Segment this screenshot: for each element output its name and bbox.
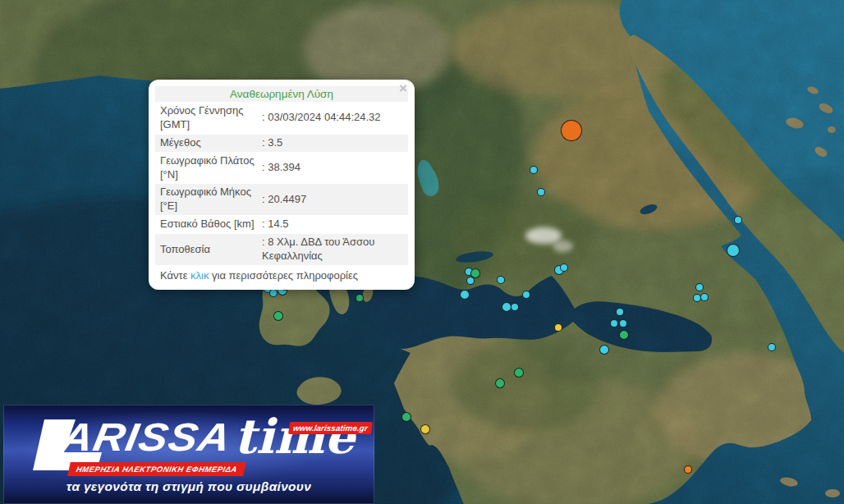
popup-row-label: Χρόνος Γέννησης [GMT]: [160, 104, 257, 132]
logo-brand-secondary: time: [234, 413, 355, 460]
popup-row: Εστιακό Βάθος [km]: 14.5: [155, 216, 408, 233]
earthquake-marker[interactable]: [511, 303, 519, 311]
earthquake-marker[interactable]: [401, 412, 411, 422]
popup-row: Γεωγραφικό Μήκος [°E]: 20.4497: [155, 184, 408, 215]
earthquake-marker[interactable]: [537, 188, 545, 196]
earthquake-marker[interactable]: [619, 330, 629, 340]
popup-row-value: : 14.5: [257, 218, 403, 231]
earthquake-marker[interactable]: [684, 465, 692, 474]
earthquake-marker[interactable]: [460, 290, 470, 300]
earthquake-marker[interactable]: [554, 323, 562, 332]
earthquake-marker[interactable]: [420, 424, 430, 434]
popup-row-label: Μέγεθος: [160, 136, 257, 150]
popup-row: Τοποθεσία: 8 Χλμ. ΔΒΔ του Άσσου Κεφαλλην…: [155, 234, 408, 265]
popup-row-value: : 03/03/2024 04:44:24.32: [257, 111, 403, 125]
popup-row-label: Γεωγραφικό Πλάτος [°N]: [160, 154, 257, 182]
earthquake-marker[interactable]: [727, 244, 740, 257]
popup-row-value: : 20.4497: [257, 193, 403, 207]
earthquake-marker[interactable]: [466, 277, 475, 285]
popup-row: Μέγεθος: 3.5: [155, 135, 408, 152]
earthquake-marker[interactable]: [619, 319, 627, 328]
logo-brand-primary: ARISSA: [57, 415, 235, 460]
popup-footer-prefix: Κάντε: [160, 269, 190, 282]
earthquake-marker[interactable]: [561, 120, 582, 141]
earthquake-marker[interactable]: [273, 311, 283, 321]
popup-title: Αναθεωρημένη Λύση: [155, 86, 408, 102]
popup-close-icon[interactable]: ×: [399, 81, 407, 95]
logo-url-badge: www.larissatime.gr: [288, 422, 373, 434]
earthquake-marker[interactable]: [355, 294, 364, 302]
earthquake-marker[interactable]: [514, 368, 524, 378]
earthquake-marker[interactable]: [495, 378, 505, 388]
earthquake-marker[interactable]: [522, 291, 530, 299]
popup-row-value: : 3.5: [257, 136, 403, 150]
earthquake-marker[interactable]: [610, 319, 618, 328]
popup-rows: Χρόνος Γέννησης [GMT]: 03/03/2024 04:44:…: [155, 103, 408, 265]
earthquake-marker[interactable]: [599, 345, 609, 355]
logo-subtitle-badge: ΗΜΕΡΗΣΙΑ ΗΛΕΚΤΡΟΝΙΚΗ ΕΦΗΜΕΡΙΔΑ: [67, 462, 246, 476]
earthquake-marker[interactable]: [560, 263, 568, 272]
earthquake-marker[interactable]: [768, 343, 776, 351]
more-info-link[interactable]: κλικ: [190, 269, 209, 282]
popup-row-value: : 38.394: [257, 161, 403, 175]
popup-footer-note: Κάντε κλικ για περισσότερες πληροφορίες: [155, 266, 408, 284]
earthquake-marker[interactable]: [616, 308, 624, 316]
earthquake-marker[interactable]: [695, 283, 704, 291]
popup-row-label: Τοποθεσία: [160, 243, 257, 257]
earthquake-marker[interactable]: [269, 289, 278, 297]
popup-row-label: Εστιακό Βάθος [km]: [160, 218, 257, 231]
popup-row: Γεωγραφικό Πλάτος [°N]: 38.394: [155, 153, 408, 184]
earthquake-info-popup: Αναθεωρημένη Λύση Χρόνος Γέννησης [GMT]:…: [149, 80, 415, 290]
popup-row-value: : 8 Χλμ. ΔΒΔ του Άσσου Κεφαλληνίας: [257, 236, 403, 263]
logo-tagline: τα γεγονότα τη στιγμή που συμβαίνουν: [3, 479, 374, 494]
earthquake-marker[interactable]: [530, 166, 538, 174]
popup-row: Χρόνος Γέννησης [GMT]: 03/03/2024 04:44:…: [155, 103, 408, 134]
larissatime-logo-banner: ARISSA time www.larissatime.gr ΗΜΕΡΗΣΙΑ …: [3, 405, 374, 504]
earthquake-marker[interactable]: [497, 276, 505, 284]
earthquake-marker[interactable]: [700, 293, 709, 301]
map-application: Αναθεωρημένη Λύση Χρόνος Γέννησης [GMT]:…: [0, 0, 844, 504]
earthquake-marker[interactable]: [734, 216, 742, 224]
popup-row-label: Γεωγραφικό Μήκος [°E]: [160, 186, 257, 213]
popup-footer-suffix: για περισσότερες πληροφορίες: [209, 269, 358, 282]
